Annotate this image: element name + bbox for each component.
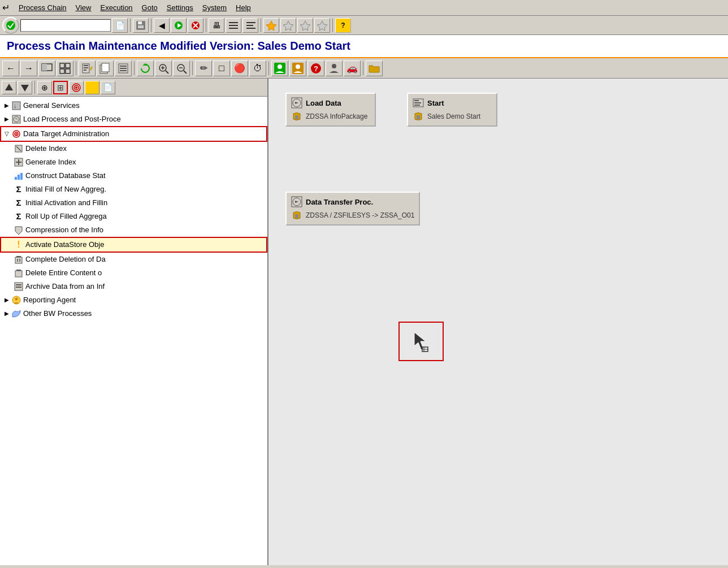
- zoom-out-button[interactable]: [173, 60, 190, 76]
- help-button[interactable]: ?: [335, 18, 351, 33]
- nav-back-button[interactable]: ←: [2, 60, 19, 76]
- expand-other-bw[interactable]: ▶: [2, 309, 11, 318]
- target-button[interactable]: [69, 81, 84, 94]
- svg-rect-84: [295, 115, 298, 119]
- display-button[interactable]: [38, 60, 55, 76]
- tree-item-initial-activation[interactable]: Σ Initial Activation and Fillin: [0, 196, 267, 210]
- tree-item-delete-index[interactable]: Delete Index: [0, 142, 267, 155]
- zoom-in-button[interactable]: [155, 60, 172, 76]
- logout-icon[interactable]: ↵: [2, 2, 10, 13]
- right-panel: Load Data ZDSSA InfoPackage Start: [268, 79, 728, 565]
- expand-data-target-admin[interactable]: ▽: [2, 129, 11, 138]
- people-button2[interactable]: [289, 60, 306, 76]
- svg-rect-26: [84, 70, 86, 71]
- svg-rect-68: [15, 177, 17, 180]
- nav-forward-button[interactable]: →: [20, 60, 37, 76]
- tree-item-data-target-admin[interactable]: ▽ Data Target Administration: [0, 126, 267, 142]
- tree-item-initial-fill[interactable]: Σ Initial Fill of New Aggreg.: [0, 183, 267, 196]
- tree-item-generate-index[interactable]: Generate Index: [0, 155, 267, 169]
- tree-item-compression[interactable]: Compression of the Info: [0, 223, 267, 237]
- svg-rect-10: [246, 22, 255, 23]
- data-target-admin-label: Data Target Administration: [23, 128, 109, 140]
- doc-button[interactable]: 📄: [101, 81, 115, 94]
- person-button[interactable]: [326, 60, 343, 76]
- initial-activation-icon: Σ: [14, 198, 24, 208]
- clock-button[interactable]: ⏱: [249, 60, 266, 76]
- yellow-square-button[interactable]: [85, 81, 99, 94]
- grid-button[interactable]: [57, 60, 73, 76]
- data-transfer-box[interactable]: Data Transfer Proc. ZDSSA / ZSFILESYS ->…: [285, 192, 420, 226]
- folder-button[interactable]: [366, 60, 383, 76]
- menu-settings[interactable]: Settings: [167, 3, 193, 12]
- start-box[interactable]: Start Sales Demo Start: [407, 93, 497, 127]
- tree-item-archive-data[interactable]: Archive Data from an Inf: [0, 280, 267, 293]
- menu-bar: ↵ Process Chain View Execution Goto Sett…: [0, 0, 728, 16]
- print-button[interactable]: 🖶: [209, 18, 224, 33]
- load-data-box[interactable]: Load Data ZDSSA InfoPackage: [285, 93, 376, 127]
- tree-item-construct-db[interactable]: Construct Database Stat: [0, 169, 267, 183]
- tree-item-roll-up[interactable]: Σ Roll Up of Filled Aggrega: [0, 210, 267, 223]
- data-transfer-title: Data Transfer Proc.: [306, 198, 373, 206]
- help2-button[interactable]: ?: [307, 60, 324, 76]
- rect-button[interactable]: □: [213, 60, 230, 76]
- star-button[interactable]: [314, 18, 330, 33]
- tree-item-activate-datastore[interactable]: ! Activate DataStore Obje: [0, 237, 267, 253]
- roll-up-label: Roll Up of Filled Aggrega: [25, 211, 107, 222]
- expand-reporting-agent[interactable]: ▶: [2, 296, 11, 305]
- create-session-button[interactable]: 📄: [112, 18, 128, 33]
- menu-system[interactable]: System: [202, 3, 227, 12]
- tree-item-reporting-agent[interactable]: ▶ Reporting Agent: [0, 293, 267, 307]
- collapse-all-button[interactable]: [2, 81, 16, 94]
- start-title-icon: [413, 97, 424, 109]
- tree-item-other-bw[interactable]: ▶ Other BW Processes: [0, 307, 267, 320]
- list-button[interactable]: [115, 60, 132, 76]
- forward-button[interactable]: [171, 18, 187, 33]
- vehicle-button[interactable]: 🚗: [344, 60, 361, 76]
- general-services-label: General Services: [23, 100, 80, 111]
- checkmark-button[interactable]: [2, 17, 19, 34]
- copy-button[interactable]: [97, 60, 114, 76]
- initial-activation-label: Initial Activation and Fillin: [25, 197, 107, 209]
- refresh-button[interactable]: [137, 60, 154, 76]
- menu-execution[interactable]: Execution: [101, 3, 133, 12]
- tree-item-load-process[interactable]: ▶ Load Process and Post-Proce: [0, 112, 267, 126]
- save-button[interactable]: [133, 18, 149, 33]
- toolbar1: 📄 ◀ 🖶 ?: [0, 16, 728, 35]
- svg-point-0: [6, 21, 15, 30]
- menu-view[interactable]: View: [76, 3, 92, 12]
- compression-icon: [14, 225, 24, 235]
- more-button[interactable]: [297, 18, 313, 33]
- customize-button[interactable]: [263, 18, 279, 33]
- cancel-button[interactable]: [188, 18, 203, 33]
- layout-button[interactable]: [280, 18, 296, 33]
- menu-help[interactable]: Help: [236, 3, 251, 12]
- link-button[interactable]: ⊕: [37, 81, 52, 94]
- back-button[interactable]: ◀: [154, 18, 170, 33]
- svg-text:↓: ↓: [14, 102, 17, 109]
- pencil-button[interactable]: ✏: [195, 60, 212, 76]
- expand-all-button[interactable]: [18, 81, 32, 94]
- find-button[interactable]: [226, 18, 241, 33]
- tree-item-general-services[interactable]: ▶ ↓ General Services: [0, 99, 267, 112]
- expand-general-services[interactable]: ▶: [2, 101, 11, 110]
- tree-item-delete-entire[interactable]: Delete Entire Content o: [0, 266, 267, 280]
- svg-rect-71: [15, 257, 22, 263]
- menu-process-chain[interactable]: Process Chain: [19, 3, 67, 12]
- highlighted-button[interactable]: ⊞: [53, 81, 68, 94]
- svg-rect-19: [60, 63, 64, 68]
- edit-button[interactable]: [79, 60, 96, 76]
- cursor-box[interactable]: [398, 322, 444, 361]
- command-input[interactable]: [20, 19, 111, 32]
- find2-button[interactable]: [242, 18, 258, 33]
- svg-rect-9: [229, 28, 238, 29]
- svg-rect-21: [60, 69, 64, 73]
- svg-marker-13: [266, 21, 276, 31]
- expand-load-process[interactable]: ▶: [2, 115, 11, 124]
- left-toolbar: ⊕ ⊞ 📄: [0, 79, 267, 97]
- svg-rect-87: [414, 102, 421, 103]
- tree-item-complete-deletion[interactable]: Complete Deletion of Da: [0, 253, 267, 266]
- menu-goto[interactable]: Goto: [142, 3, 158, 12]
- generate-index-icon: [14, 157, 24, 167]
- alert-button[interactable]: 🔴: [231, 60, 248, 76]
- people-button1[interactable]: [271, 60, 288, 76]
